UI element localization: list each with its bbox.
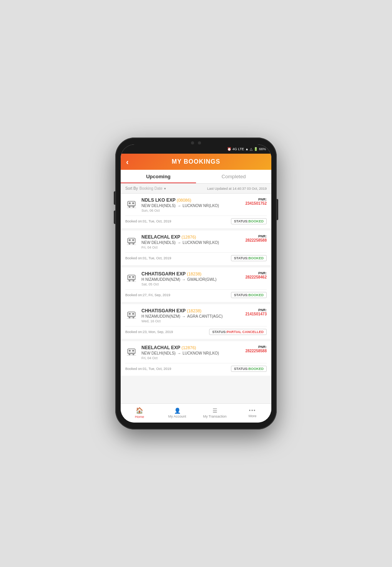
pnr-number-4: 2141501473 [245,312,267,316]
status-value-1: BOOKED [248,219,264,223]
nav-account-label: My Account [168,414,186,418]
travel-date-2: Fri, 04 Oct [141,245,241,249]
pnr-block-4: PNR: 2141501473 [245,308,267,316]
svg-rect-15 [129,276,131,278]
route-2: NEW DELHI(NDLS) → LUCKNOW NR(LKO) [141,240,241,245]
travel-date-5: Fri, 04 Oct [141,356,241,360]
route-1: NEW DELHI(NDLS) → LUCKNOW NR(LKO) [141,204,241,208]
pnr-label-5: PNR: [245,345,267,349]
train-icon-wrap-1 [125,198,138,211]
status-bar: ⏰ 4G LTE ▲ △ 🔋 66% [121,144,271,154]
svg-point-26 [133,317,134,318]
train-name-1: NDLS LKO EXP (08086) [141,197,241,203]
booking-info-3: CHHATISGARH EXP (18238) H NIZAMUDDIN(NZM… [141,271,241,286]
train-icon-2 [125,235,138,247]
booking-card-2[interactable]: NEELACHAL EXP (12876) NEW DELHI(NDLS) → … [121,230,271,265]
booking-top-3: CHHATISGARH EXP (18238) H NIZAMUDDIN(NZM… [125,271,267,286]
nav-transaction[interactable]: ☰ My Transaction [196,408,234,418]
volume-down-button [114,211,115,224]
svg-point-18 [129,280,130,282]
booking-top-1: NDLS LKO EXP (08086) NEW DELHI(NDLS) → L… [125,197,267,212]
train-icon-4 [125,309,138,321]
app-header: ‹ MY BOOKINGS [121,154,271,170]
train-number-1: (08086) [177,198,191,202]
sort-by-label: Sort By [125,186,138,191]
booking-bottom-5: Booked on:01, Tue, Oct, 2019 STATUS:BOOK… [125,363,267,372]
train-name-2: NEELACHAL EXP (12876) [141,234,241,240]
train-icon-5 [125,346,138,358]
tabs-container: Upcoming Completed [121,170,271,184]
booking-top-2: NEELACHAL EXP (12876) NEW DELHI(NDLS) → … [125,234,267,249]
nav-more[interactable]: ••• More [234,408,271,418]
battery-percent: 66% [259,147,266,151]
train-icon-wrap-3 [125,272,138,284]
pnr-label-1: PNR: [245,197,267,201]
pnr-label-4: PNR: [245,308,267,312]
tab-completed[interactable]: Completed [196,170,271,183]
power-button [277,199,278,220]
booked-on-5: Booked on:01, Tue, Oct, 2019 [125,367,171,371]
booked-on-4: Booked on:23, Mon, Sep, 2019 [125,330,173,334]
header-title: MY BOOKINGS [172,158,220,165]
volume-up-button [114,191,115,205]
booking-card-5[interactable]: NEELACHAL EXP (12876) NEW DELHI(NDLS) → … [121,341,271,376]
train-icon-wrap-4 [125,309,138,321]
booked-on-2: Booked on:01, Tue, Oct, 2019 [125,256,171,260]
status-badge-5: STATUS:BOOKED [231,366,267,372]
train-icon-3 [125,272,138,284]
booking-info-2: NEELACHAL EXP (12876) NEW DELHI(NDLS) → … [141,234,241,249]
travel-date-3: Sat, 05 Oct [141,282,241,286]
svg-rect-8 [129,239,131,241]
train-icon-1 [125,198,138,211]
svg-rect-2 [132,202,134,204]
booked-on-1: Booked on:01, Tue, Oct, 2019 [125,219,171,223]
travel-date-4: Wed, 16 Oct [141,319,241,323]
booking-card-4[interactable]: CHHATISGARH EXP (18238) H NIZAMUDDIN(NZM… [121,304,271,339]
svg-rect-29 [129,350,131,351]
svg-point-12 [133,243,134,245]
camera-dot [191,141,194,144]
signal-bars2-icon: △ [250,147,252,151]
camera-notch [191,141,201,144]
home-icon: 🏠 [136,407,143,414]
train-icon-wrap-5 [125,346,138,358]
svg-point-4 [129,206,130,208]
svg-point-5 [133,206,134,208]
route-5: NEW DELHI(NDLS) → LUCKNOW NR(LKO) [141,351,241,355]
status-badge-4: STATUS:PARTIAL CANCELLED [209,329,267,335]
pnr-label-3: PNR: [245,271,267,275]
svg-rect-30 [132,350,134,351]
account-icon: 👤 [174,408,181,414]
svg-rect-24 [128,316,135,317]
svg-point-19 [133,280,134,282]
svg-rect-23 [132,313,134,315]
bookings-list: NDLS LKO EXP (08086) NEW DELHI(NDLS) → L… [121,194,271,403]
svg-rect-9 [132,239,134,241]
pnr-block-1: PNR: 2341501752 [245,197,267,206]
nav-home[interactable]: 🏠 Home [121,407,158,419]
tab-upcoming[interactable]: Upcoming [121,170,196,183]
route-4: H NIZAMUDDIN(NZM) → AGRA CANTT(AGC) [141,314,241,318]
booking-card-3[interactable]: CHHATISGARH EXP (18238) H NIZAMUDDIN(NZM… [121,267,271,302]
status-badge-1: STATUS:BOOKED [231,218,267,224]
sort-left[interactable]: Sort By Booking Date ▾ [125,186,166,191]
svg-rect-10 [128,242,135,243]
booking-card-1[interactable]: NDLS LKO EXP (08086) NEW DELHI(NDLS) → L… [121,194,271,228]
pnr-number-5: 2822258588 [245,349,267,353]
booked-on-3: Booked on:27, Fri, Sep, 2019 [125,293,170,297]
nav-account[interactable]: 👤 My Account [158,408,196,418]
route-3: H NIZAMUDDIN(NZM) → GWALIOR(GWL) [141,277,241,282]
status-badge-3: STATUS:BOOKED [231,292,267,298]
train-name-4: CHHATISGARH EXP (18238) [141,308,241,313]
back-button[interactable]: ‹ [126,158,129,166]
train-number-4: (18238) [187,308,201,313]
alarm-icon: ⏰ [227,147,231,151]
bottom-nav: 🏠 Home 👤 My Account ☰ My Transaction •••… [121,403,271,423]
train-icon-wrap-2 [125,235,138,247]
status-badge-2: STATUS:BOOKED [231,255,267,261]
booking-info-5: NEELACHAL EXP (12876) NEW DELHI(NDLS) → … [141,345,241,360]
pnr-block-5: PNR: 2822258588 [245,345,267,353]
train-number-2: (12876) [181,235,196,239]
train-number-3: (18238) [187,272,201,276]
pnr-number-2: 2822258588 [245,238,267,242]
